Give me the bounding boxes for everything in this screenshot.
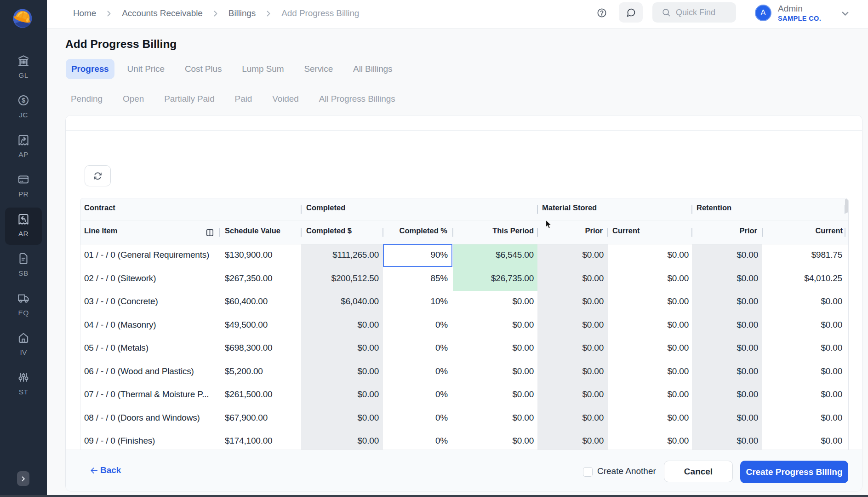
- svg-text:$: $: [22, 97, 25, 104]
